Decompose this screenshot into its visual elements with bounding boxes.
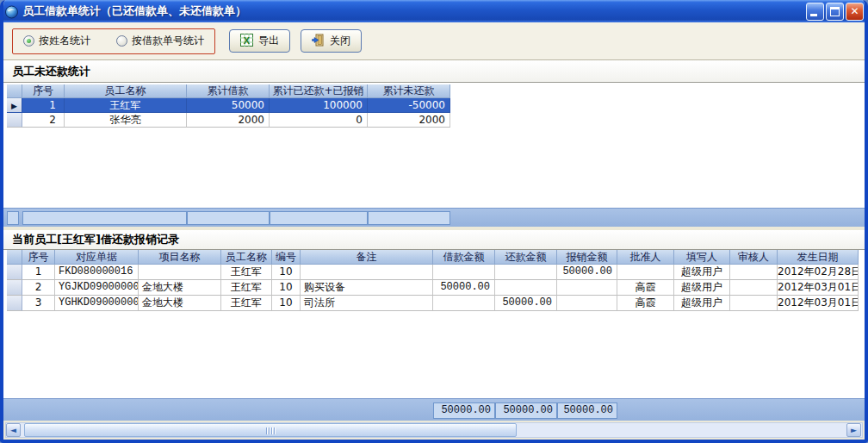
radio-by-loan-number[interactable]: 按借款单号统计	[116, 34, 204, 48]
grid2-cell[interactable]	[730, 296, 778, 311]
toolbar: 按姓名统计 按借款单号统计 X 导出	[3, 22, 865, 60]
grid2-col[interactable]: 报销金额	[557, 250, 617, 265]
radio-by-name-label: 按姓名统计	[39, 34, 90, 48]
grid1-col-repaid[interactable]: 累计已还款+已报销	[270, 84, 368, 98]
grid2-cell[interactable]	[617, 265, 674, 280]
grid2-cell[interactable]	[495, 280, 557, 296]
grid2-row[interactable]: 1 FKD080000016 王红军 10 50000.00 超级用户 2012…	[7, 265, 859, 280]
grid1-cell[interactable]: 100000	[270, 98, 368, 113]
grid1-cell[interactable]: 2	[22, 113, 65, 128]
unpaid-summary-title: 员工未还款统计	[3, 60, 865, 83]
grid2-cell[interactable]: 金地大楼	[139, 280, 221, 296]
grid1-cell[interactable]: 张华亮	[65, 113, 187, 128]
grid2-row[interactable]: 3 YGHKD090000001 金地大楼 王红军 10 司法所 50000.0…	[7, 296, 859, 311]
grid2-cell[interactable]: 10	[272, 265, 301, 280]
close-window-button[interactable]: 关闭	[301, 29, 362, 53]
grid1-row-selector[interactable]	[7, 113, 22, 128]
grid2-col[interactable]: 借款金额	[433, 250, 495, 265]
grid2-cell[interactable]: YGJKD090000001	[55, 280, 139, 296]
close-button[interactable]: ✕	[846, 3, 864, 21]
unpaid-summary-panel: 员工未还款统计 序号 员工名称 累计借款 累计已还款+已报销 累计未还款 ▶ 1…	[3, 60, 865, 227]
grid2-cell[interactable]	[557, 280, 617, 296]
scrollbar-thumb[interactable]	[24, 423, 517, 437]
grid2-cell[interactable]: 50000.00	[433, 280, 495, 296]
grid2-cell[interactable]: 50000.00	[495, 296, 557, 311]
svg-text:X: X	[244, 34, 251, 45]
export-button[interactable]: X 导出	[229, 29, 290, 53]
grid1-cell[interactable]: 2000	[187, 113, 270, 128]
scroll-left-arrow-icon[interactable]: ◄	[6, 423, 21, 437]
grid2-cell[interactable]	[557, 296, 617, 311]
grid2-col[interactable]: 编号	[272, 250, 301, 265]
grid2-cell[interactable]: 超级用户	[674, 265, 730, 280]
grid2-cell[interactable]: 10	[272, 296, 301, 311]
grid1-row[interactable]: 2 张华亮 2000 0 2000	[7, 113, 450, 128]
grid1-cell[interactable]: -50000	[368, 98, 450, 113]
grid2-col[interactable]: 还款金额	[495, 250, 557, 265]
grid2-cell[interactable]: 10	[272, 280, 301, 296]
grid2-cell[interactable]	[433, 296, 495, 311]
grid1-cell[interactable]: 0	[270, 113, 368, 128]
grid1-col-unpaid[interactable]: 累计未还款	[368, 84, 450, 98]
horizontal-scrollbar[interactable]: ◄ ►	[5, 422, 863, 438]
grid2-col[interactable]: 填写人	[674, 250, 730, 265]
grid1-cell[interactable]: 2000	[368, 113, 450, 128]
export-button-label: 导出	[258, 34, 279, 48]
grid2-cell[interactable]: 王红军	[221, 280, 272, 296]
grid2-cell[interactable]: 高霞	[617, 296, 674, 311]
grid2-cell[interactable]: 3	[22, 296, 55, 311]
grid2-row-selector[interactable]	[7, 265, 22, 280]
grid2-col[interactable]: 员工名称	[221, 250, 272, 265]
grid2-cell[interactable]: 超级用户	[674, 296, 730, 311]
title-bar[interactable]: 员工借款单统计（已还借款单、未还借款单） ✕	[0, 0, 868, 22]
grid2-cell[interactable]: 王红军	[221, 296, 272, 311]
grid2-col[interactable]: 序号	[22, 250, 55, 265]
grid2-col[interactable]: 审核人	[730, 250, 778, 265]
maximize-button[interactable]	[826, 3, 844, 21]
grid2-col[interactable]: 对应单据	[55, 250, 139, 265]
grid2-cell[interactable]: FKD080000016	[55, 265, 139, 280]
grid2-cell[interactable]	[301, 265, 433, 280]
grid2-cell[interactable]	[495, 265, 557, 280]
grid2-row-selector[interactable]	[7, 296, 22, 311]
grid1-col-borrowed[interactable]: 累计借款	[187, 84, 270, 98]
grid1-footer-band	[3, 208, 865, 227]
grid2-row-selector[interactable]	[7, 280, 22, 296]
grid1-cell[interactable]: 王红军	[65, 98, 187, 113]
grid2-cell[interactable]	[730, 280, 778, 296]
total-reimburse: 50000.00	[557, 402, 617, 419]
grid2-cell[interactable]: 王红军	[221, 265, 272, 280]
grid2-cell[interactable]: 2	[22, 280, 55, 296]
grid2-col[interactable]: 批准人	[617, 250, 674, 265]
grid2-cell[interactable]	[730, 265, 778, 280]
grid2-selector-header	[7, 250, 22, 265]
grid2-cell[interactable]: YGHKD090000001	[55, 296, 139, 311]
grid2-row[interactable]: 2 YGJKD090000001 金地大楼 王红军 10 购买设备 50000.…	[7, 280, 859, 296]
grid2-cell[interactable]: 2012年03月01日	[778, 280, 859, 296]
grid1-cell[interactable]: 50000	[187, 98, 270, 113]
grid2-cell[interactable]: 金地大楼	[139, 296, 221, 311]
grid2-cell[interactable]: 购买设备	[301, 280, 433, 296]
grid1-cell[interactable]: 1	[22, 98, 65, 113]
radio-by-loan-number-label: 按借款单号统计	[132, 34, 204, 48]
grid1-col-seq[interactable]: 序号	[22, 84, 65, 98]
grid2-cell[interactable]: 超级用户	[674, 280, 730, 296]
grid2-cell[interactable]	[433, 265, 495, 280]
grid2-cell[interactable]: 高霞	[617, 280, 674, 296]
minimize-button[interactable]	[806, 3, 824, 21]
grid2-cell[interactable]: 1	[22, 265, 55, 280]
grid2-cell[interactable]: 司法所	[301, 296, 433, 311]
grid2-col[interactable]: 备注	[301, 250, 433, 265]
grid2-cell[interactable]	[139, 265, 221, 280]
app-icon[interactable]	[4, 4, 19, 19]
grid2-cell[interactable]: 50000.00	[557, 265, 617, 280]
grid2-col[interactable]: 发生日期	[778, 250, 859, 265]
grid1-col-name[interactable]: 员工名称	[65, 84, 187, 98]
scroll-right-arrow-icon[interactable]: ►	[846, 423, 861, 437]
grid1-row-selected[interactable]: ▶ 1 王红军 50000 100000 -50000	[7, 98, 450, 113]
grid1-footer-repaid	[270, 211, 368, 225]
grid2-cell[interactable]: 2012年02月28日	[778, 265, 859, 280]
radio-by-name[interactable]: 按姓名统计	[23, 34, 90, 48]
grid2-col[interactable]: 项目名称	[139, 250, 221, 265]
grid2-cell[interactable]: 2012年03月01日	[778, 296, 859, 311]
